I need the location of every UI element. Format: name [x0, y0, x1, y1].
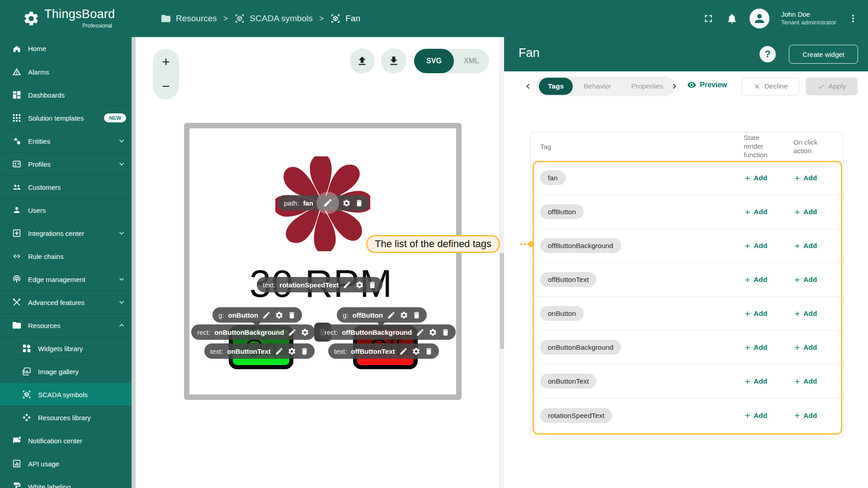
- tag-chip[interactable]: offButtonText: [540, 272, 596, 287]
- tag-chip-rotation-speed-text[interactable]: text: rotationSpeedText: [257, 277, 382, 292]
- settings-icon[interactable]: [342, 199, 351, 207]
- settings-icon[interactable]: [355, 281, 364, 289]
- tag-chip[interactable]: fan: [540, 170, 566, 185]
- sidebar-item-scada-symbols[interactable]: SCADA symbols: [0, 383, 132, 406]
- delete-icon[interactable]: [355, 199, 363, 207]
- delete-icon[interactable]: [425, 347, 433, 356]
- sidebar-item-rule-chains[interactable]: Rule chains: [0, 244, 132, 267]
- tab-behavior[interactable]: Behavior: [575, 78, 620, 95]
- canvas-scrollbar-thumb[interactable]: [500, 253, 504, 349]
- sidebar-item-image-gallery[interactable]: Image gallery: [0, 360, 132, 383]
- delete-icon[interactable]: [412, 311, 421, 319]
- settings-icon[interactable]: [275, 311, 283, 319]
- sidebar-item-white-labeling[interactable]: White labeling: [0, 475, 132, 488]
- sidebar-item-resources[interactable]: Resources: [0, 314, 132, 337]
- add-state-render-function-button[interactable]: Add: [744, 377, 767, 385]
- zoom-in-button[interactable]: +: [157, 53, 175, 70]
- preview-button[interactable]: Preview: [687, 80, 727, 89]
- add-state-render-function-button[interactable]: Add: [744, 310, 767, 318]
- add-state-render-function-button[interactable]: Add: [744, 412, 767, 420]
- add-on-click-action-button[interactable]: Add: [793, 276, 817, 284]
- sidebar-item-home[interactable]: Home: [0, 37, 132, 60]
- zoom-out-button[interactable]: −: [157, 78, 175, 95]
- add-on-click-action-button[interactable]: Add: [793, 208, 817, 216]
- add-state-render-function-button[interactable]: Add: [744, 242, 767, 250]
- sidebar-item-integrations-center[interactable]: Integrations center: [0, 221, 132, 244]
- pencil-icon[interactable]: [275, 347, 283, 356]
- add-on-click-action-button[interactable]: Add: [793, 343, 817, 352]
- sidebar-item-advanced-features[interactable]: Advanced features: [0, 291, 132, 314]
- settings-icon[interactable]: [288, 347, 296, 356]
- tag-chip-on-button-text[interactable]: text: onButtonText: [204, 343, 315, 359]
- tag-chip[interactable]: offButton: [540, 204, 584, 219]
- sidebar-item-api-usage[interactable]: API usage: [0, 452, 132, 475]
- edit-tag-button[interactable]: [316, 192, 339, 214]
- sidebar-item-solution-templates[interactable]: Solution templates NEW: [0, 106, 132, 129]
- add-on-click-action-button[interactable]: Add: [793, 377, 817, 385]
- sidebar-item-entities[interactable]: Entities: [0, 129, 132, 152]
- tag-chip-off-button-background[interactable]: rect: offButtonBackground: [319, 324, 456, 340]
- logo[interactable]: ThingsBoard Professional: [0, 0, 136, 37]
- settings-icon[interactable]: [429, 328, 437, 337]
- sidebar-item-customers[interactable]: Customers: [0, 175, 132, 198]
- breadcrumb-scada-symbols[interactable]: SCADA symbols: [234, 13, 312, 24]
- apply-button[interactable]: Apply: [806, 77, 858, 95]
- sidebar-item-dashboards[interactable]: Dashboards: [0, 83, 132, 106]
- add-on-click-action-button[interactable]: Add: [793, 412, 817, 420]
- tag-chip[interactable]: onButtonText: [540, 374, 596, 389]
- kebab-menu-icon[interactable]: [848, 14, 858, 23]
- tag-chip-off-button-text[interactable]: text: offButtonText: [328, 343, 439, 359]
- tab-properties[interactable]: Properties: [622, 78, 672, 95]
- user-info[interactable]: John Doe Tenant administrator: [781, 10, 836, 27]
- decline-button[interactable]: Decline: [741, 77, 799, 95]
- delete-icon[interactable]: [300, 347, 309, 356]
- tab-scroll-right-icon[interactable]: [670, 81, 679, 91]
- add-on-click-action-button[interactable]: Add: [793, 174, 817, 182]
- add-state-render-function-button[interactable]: Add: [744, 276, 767, 284]
- add-state-render-function-button[interactable]: Add: [744, 174, 767, 182]
- delete-icon[interactable]: [288, 311, 296, 319]
- add-state-render-function-button[interactable]: Add: [744, 343, 767, 352]
- sidebar-item-resources-library[interactable]: Resources library: [0, 406, 132, 429]
- fullscreen-icon[interactable]: [703, 13, 714, 24]
- avatar[interactable]: [750, 9, 769, 28]
- add-state-render-function-button[interactable]: Add: [744, 208, 767, 216]
- breadcrumb-fan[interactable]: Fan: [330, 13, 360, 24]
- sidebar-item-edge-management[interactable]: Edge management: [0, 267, 132, 291]
- tab-scroll-left-icon[interactable]: [523, 81, 533, 91]
- delete-icon[interactable]: [441, 328, 450, 337]
- add-on-click-action-button[interactable]: Add: [793, 310, 817, 318]
- download-button[interactable]: [381, 48, 406, 74]
- sidebar-item-profiles[interactable]: Profiles: [0, 152, 132, 175]
- pencil-icon[interactable]: [288, 328, 297, 337]
- settings-icon[interactable]: [412, 347, 420, 356]
- create-widget-button[interactable]: Create widget: [789, 45, 858, 64]
- pencil-icon[interactable]: [387, 311, 396, 319]
- pencil-icon[interactable]: [416, 328, 425, 337]
- sidebar-item-alarms[interactable]: Alarms: [0, 60, 132, 83]
- sidebar-item-notification-center[interactable]: Notification center: [0, 429, 132, 452]
- tag-chip[interactable]: onButton: [540, 306, 584, 321]
- add-on-click-action-button[interactable]: Add: [793, 242, 817, 250]
- settings-icon[interactable]: [301, 328, 309, 337]
- pencil-icon[interactable]: [343, 281, 351, 289]
- pencil-icon[interactable]: [262, 311, 271, 319]
- help-button[interactable]: ?: [760, 46, 776, 62]
- breadcrumb-resources[interactable]: Resources: [160, 13, 217, 24]
- delete-icon[interactable]: [368, 281, 377, 289]
- sidebar-scrollbar[interactable]: [132, 37, 136, 488]
- tag-chip[interactable]: rotationSpeedText: [540, 408, 612, 423]
- tab-tags[interactable]: Tags: [539, 78, 573, 95]
- tag-chip-on-button[interactable]: g: onButton: [212, 307, 302, 323]
- tag-chip[interactable]: offButtonBackground: [540, 238, 621, 253]
- tag-chip[interactable]: onButtonBackground: [540, 340, 621, 355]
- toggle-svg[interactable]: SVG: [414, 49, 454, 73]
- tag-chip-fan[interactable]: path: fan: [278, 195, 369, 211]
- pencil-icon[interactable]: [399, 347, 408, 356]
- toggle-xml[interactable]: XML: [454, 49, 489, 73]
- upload-button[interactable]: [349, 48, 375, 74]
- notifications-bell-icon[interactable]: [726, 13, 738, 24]
- sidebar-item-widgets-library[interactable]: Widgets library: [0, 337, 132, 360]
- settings-icon[interactable]: [400, 311, 408, 319]
- tag-chip-off-button[interactable]: g: offButton: [337, 307, 427, 323]
